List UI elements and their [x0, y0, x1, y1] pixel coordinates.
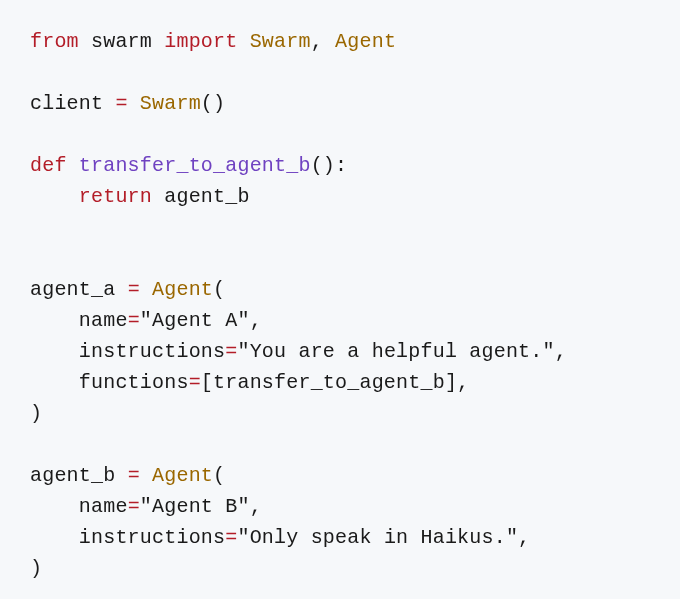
- variable: agent_b: [30, 464, 128, 487]
- class-name: Swarm: [140, 92, 201, 115]
- kwarg: name: [79, 495, 128, 518]
- parenthesis-close: ): [30, 402, 42, 425]
- operator: =: [128, 464, 140, 487]
- space: [67, 154, 79, 177]
- string-literal: "Agent A": [140, 309, 250, 332]
- operator: =: [189, 371, 201, 394]
- operator: =: [225, 340, 237, 363]
- operator: =: [128, 278, 140, 301]
- operator: =: [225, 526, 237, 549]
- kwarg: instructions: [79, 526, 225, 549]
- string-literal: "Only speak in Haikus.": [237, 526, 518, 549]
- class-name: Agent: [152, 464, 213, 487]
- indent: [30, 309, 79, 332]
- indent: [30, 526, 79, 549]
- code-line: agent_b = Agent(: [30, 464, 225, 487]
- space: [128, 92, 140, 115]
- variable: client: [30, 92, 115, 115]
- class-name: Swarm: [250, 30, 311, 53]
- operator: =: [115, 92, 127, 115]
- code-block: from swarm import Swarm, Agent client = …: [30, 26, 650, 584]
- variable: agent_b: [164, 185, 249, 208]
- keyword-import: import: [164, 30, 237, 53]
- indent: [30, 371, 79, 394]
- comma: ,: [250, 495, 262, 518]
- parenthesis-close: ): [30, 557, 42, 580]
- indent: [30, 340, 79, 363]
- bracket-open: [: [201, 371, 213, 394]
- code-line: instructions="You are a helpful agent.",: [30, 340, 567, 363]
- code-line: ): [30, 402, 42, 425]
- bracket-close: ],: [445, 371, 469, 394]
- function-name: transfer_to_agent_b: [79, 154, 311, 177]
- string-literal: "Agent B": [140, 495, 250, 518]
- keyword-from: from: [30, 30, 79, 53]
- kwarg: instructions: [79, 340, 225, 363]
- space: [140, 278, 152, 301]
- code-line: instructions="Only speak in Haikus.",: [30, 526, 530, 549]
- comma: ,: [518, 526, 530, 549]
- indent: [30, 495, 79, 518]
- signature: ():: [311, 154, 348, 177]
- code-line: name="Agent A",: [30, 309, 262, 332]
- class-name: Agent: [335, 30, 396, 53]
- kwarg: name: [79, 309, 128, 332]
- punctuation: ,: [311, 30, 335, 53]
- code-line: ): [30, 557, 42, 580]
- module-name: swarm: [91, 30, 152, 53]
- code-line: name="Agent B",: [30, 495, 262, 518]
- code-line: functions=[transfer_to_agent_b],: [30, 371, 469, 394]
- comma: ,: [250, 309, 262, 332]
- parentheses: (): [201, 92, 225, 115]
- kwarg: functions: [79, 371, 189, 394]
- keyword-return: return: [79, 185, 152, 208]
- parenthesis-open: (: [213, 464, 225, 487]
- indent: [30, 185, 79, 208]
- comma: ,: [555, 340, 567, 363]
- class-name: Agent: [152, 278, 213, 301]
- code-line: def transfer_to_agent_b():: [30, 154, 347, 177]
- operator: =: [128, 495, 140, 518]
- operator: =: [128, 309, 140, 332]
- string-literal: "You are a helpful agent.": [237, 340, 554, 363]
- parenthesis-open: (: [213, 278, 225, 301]
- code-line: from swarm import Swarm, Agent: [30, 30, 396, 53]
- space: [152, 185, 164, 208]
- function-ref: transfer_to_agent_b: [213, 371, 445, 394]
- space: [140, 464, 152, 487]
- code-line: return agent_b: [30, 185, 250, 208]
- code-line: client = Swarm(): [30, 92, 225, 115]
- code-line: agent_a = Agent(: [30, 278, 225, 301]
- keyword-def: def: [30, 154, 67, 177]
- variable: agent_a: [30, 278, 128, 301]
